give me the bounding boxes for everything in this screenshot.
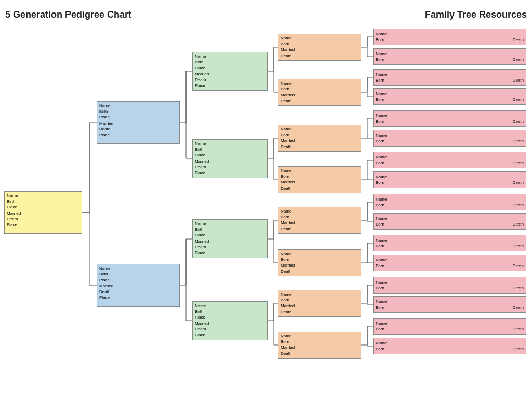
- gen5-2: Name BornDeath: [373, 48, 526, 65]
- gen5-9: Name BornDeath: [373, 194, 526, 210]
- gen5-12: Name BornDeath: [373, 255, 526, 271]
- gen5-5: Name BornDeath: [373, 110, 526, 127]
- gen4-5: Name Born Married Death: [278, 207, 361, 234]
- gen5-4: Name BornDeath: [373, 88, 526, 105]
- gen3-2: Name Birth Place Married Death Place: [192, 139, 268, 178]
- gen5-8: Name BornDeath: [373, 171, 526, 188]
- field-place: Place: [7, 204, 79, 210]
- gen1-person: Name Birth Place Married Death Place: [4, 191, 82, 234]
- resource-title: Family Tree Resources: [425, 9, 527, 20]
- field-married: Married: [7, 210, 79, 216]
- gen5-10: Name BornDeath: [373, 213, 526, 230]
- gen2-bottom: Name Birth Place Married Death Place: [97, 264, 180, 307]
- gen4-6: Name Born Married Death: [278, 249, 361, 276]
- gen5-16: Name BornDeath: [373, 338, 526, 354]
- gen3-4: Name Birth Place Married Death Place: [192, 301, 268, 340]
- chart-title: 5 Generation Pedigree Chart: [5, 9, 131, 20]
- gen5-1: Name BornDeath: [373, 29, 526, 45]
- gen4-3: Name Born Married Death: [278, 125, 361, 152]
- gen5-14: Name BornDeath: [373, 296, 526, 313]
- gen4-1: Name Born Married Death: [278, 34, 361, 61]
- gen2-top: Name Birth Place Married Death Place: [97, 101, 180, 144]
- gen5-7: Name BornDeath: [373, 152, 526, 168]
- gen4-8: Name Born Married Death: [278, 332, 361, 359]
- gen5-15: Name BornDeath: [373, 318, 526, 335]
- field-death: Death: [7, 216, 79, 222]
- field-place2: Place: [7, 222, 79, 228]
- gen4-2: Name Born Married Death: [278, 79, 361, 106]
- gen5-3: Name BornDeath: [373, 69, 526, 86]
- gen3-1: Name Birth Place Married Death Place: [192, 52, 268, 91]
- gen5-11: Name BornDeath: [373, 235, 526, 251]
- gen4-7: Name Born Married Death: [278, 290, 361, 317]
- gen5-6: Name BornDeath: [373, 130, 526, 147]
- gen5-13: Name BornDeath: [373, 277, 526, 294]
- field-name: Name: [7, 193, 79, 198]
- gen3-3: Name Birth Place Married Death Place: [192, 219, 268, 258]
- field-birth: Birth: [7, 198, 79, 204]
- gen4-4: Name Born Married Death: [278, 166, 361, 193]
